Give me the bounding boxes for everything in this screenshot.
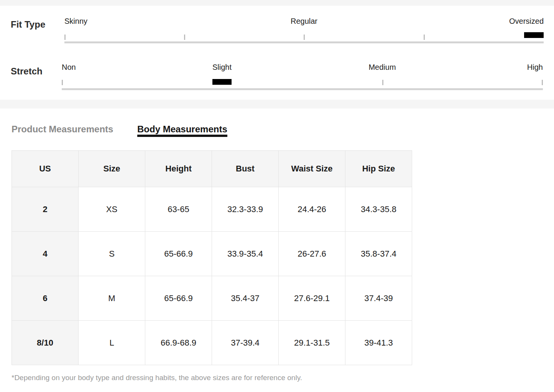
cell-hip: 37.4-39 — [345, 276, 412, 321]
stretch-option-high: High — [527, 63, 543, 72]
fit-type-label: Fit Type — [11, 19, 45, 30]
size-row-s: 4 S 65-66.9 33.9-35.4 26-27.6 35.8-37.4 — [12, 232, 412, 276]
header-size: Size — [79, 151, 145, 187]
stretch-selected-indicator — [212, 79, 232, 85]
header-height: Height — [145, 151, 212, 187]
cell-us: 6 — [12, 276, 79, 321]
section-separator-band — [0, 100, 554, 109]
fit-type-tick — [64, 35, 66, 40]
cell-bust: 32.3-33.9 — [212, 187, 279, 232]
header-us: US — [12, 151, 79, 187]
body-measurements-table: US Size Height Bust Waist Size Hip Size … — [12, 150, 412, 365]
cell-height: 63-65 — [145, 187, 212, 232]
fit-type-tick — [184, 35, 185, 40]
stretch-track — [62, 88, 543, 90]
table-header-row: US Size Height Bust Waist Size Hip Size — [12, 151, 412, 187]
cell-height: 66.9-68.9 — [145, 321, 212, 365]
cell-us: 2 — [12, 187, 79, 232]
fit-type-option-oversized: Oversized — [509, 17, 544, 26]
header-hip-size: Hip Size — [345, 151, 412, 187]
stretch-tick — [62, 80, 63, 85]
cell-waist: 24.4-26 — [279, 187, 345, 232]
tab-body-measurements[interactable]: Body Measurements — [137, 124, 227, 137]
cell-size: L — [79, 321, 145, 365]
cell-bust: 33.9-35.4 — [212, 232, 279, 276]
stretch-option-slight: Slight — [212, 63, 232, 72]
cell-waist: 27.6-29.1 — [279, 276, 345, 321]
size-row-m: 6 M 65-66.9 35.4-37 27.6-29.1 37.4-39 — [12, 276, 412, 321]
top-separator-band — [0, 0, 554, 6]
cell-bust: 37-39.4 — [212, 321, 279, 365]
cell-us: 8/10 — [12, 321, 79, 365]
tab-product-measurements[interactable]: Product Measurements — [12, 124, 113, 134]
header-bust: Bust — [212, 151, 279, 187]
cell-height: 65-66.9 — [145, 232, 212, 276]
cell-us: 4 — [12, 232, 79, 276]
cell-size: S — [79, 232, 145, 276]
size-row-xs: 2 XS 63-65 32.3-33.9 24.4-26 34.3-35.8 — [12, 187, 412, 232]
fit-type-option-regular: Regular — [291, 17, 317, 26]
cell-size: XS — [79, 187, 145, 232]
fit-type-option-skinny: Skinny — [64, 17, 87, 26]
cell-hip: 39-41.3 — [345, 321, 412, 365]
cell-waist: 26-27.6 — [279, 232, 345, 276]
stretch-option-non: Non — [62, 63, 76, 72]
stretch-tick — [382, 80, 383, 85]
fit-type-track — [64, 41, 544, 43]
size-row-l: 8/10 L 66.9-68.9 37-39.4 29.1-31.5 39-41… — [12, 321, 412, 365]
header-waist-size: Waist Size — [279, 151, 345, 187]
cell-size: M — [79, 276, 145, 321]
cell-bust: 35.4-37 — [212, 276, 279, 321]
cell-waist: 29.1-31.5 — [279, 321, 345, 365]
cell-height: 65-66.9 — [145, 276, 212, 321]
fit-type-selected-indicator — [524, 32, 544, 38]
cell-hip: 34.3-35.8 — [345, 187, 412, 232]
stretch-option-medium: Medium — [368, 63, 396, 72]
size-reference-footnote: *Depending on your body type and dressin… — [12, 374, 302, 382]
product-fit-and-size-panel: Fit Type Skinny Regular Oversized Stretc… — [0, 0, 554, 392]
stretch-label: Stretch — [11, 66, 43, 77]
fit-type-tick — [304, 35, 305, 40]
stretch-tick — [542, 80, 543, 85]
fit-type-tick — [424, 35, 425, 40]
cell-hip: 35.8-37.4 — [345, 232, 412, 276]
